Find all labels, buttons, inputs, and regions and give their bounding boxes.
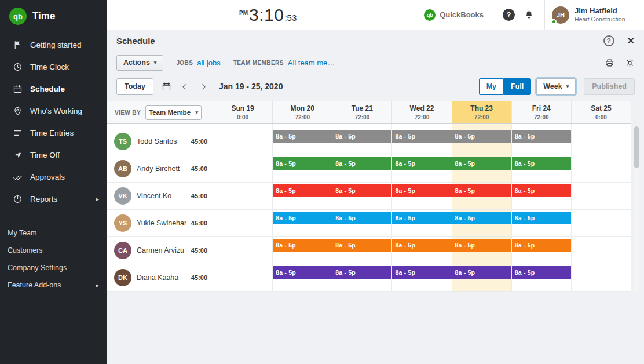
user-menu[interactable]: JH Jim Hatfield Heart Construction: [544, 0, 644, 30]
member-cell[interactable]: CACarmen Arvizu45:00: [107, 237, 213, 264]
settings-gear-icon[interactable]: [625, 58, 635, 68]
sidebar-item-who-s-working[interactable]: Who's Working: [0, 100, 107, 122]
day-header-tue-21[interactable]: Tue 2172:00: [332, 101, 391, 123]
schedule-cell[interactable]: 8a - 5p: [391, 264, 451, 291]
shift-block[interactable]: 8a - 5p: [392, 266, 451, 279]
week-view-dropdown[interactable]: Week ▾: [536, 78, 576, 95]
shift-block[interactable]: 8a - 5p: [273, 212, 332, 224]
published-button[interactable]: Published: [584, 78, 635, 95]
shift-block[interactable]: 8a - 5p: [273, 266, 332, 279]
shift-block[interactable]: 8a - 5p: [452, 239, 511, 252]
brand[interactable]: qb Time: [0, 0, 107, 34]
sidebar-item-reports[interactable]: Reports▸: [0, 188, 107, 210]
shift-block[interactable]: 8a - 5p: [392, 239, 451, 252]
schedule-cell[interactable]: 8a - 5p: [452, 237, 511, 264]
schedule-cell[interactable]: 8a - 5p: [511, 264, 571, 291]
sidebar-item-approvals[interactable]: Approvals: [0, 166, 107, 188]
day-header-sat-25[interactable]: Sat 250:00: [571, 101, 631, 123]
schedule-cell[interactable]: 8a - 5p: [391, 155, 451, 182]
schedule-cell[interactable]: [213, 183, 272, 209]
schedule-cell[interactable]: [571, 264, 631, 291]
schedule-cell[interactable]: [213, 128, 272, 155]
schedule-cell[interactable]: [213, 237, 272, 264]
schedule-cell[interactable]: 8a - 5p: [452, 183, 511, 209]
day-header-wed-22[interactable]: Wed 2272:00: [391, 101, 451, 123]
day-header-thu-23[interactable]: Thu 2372:00: [452, 101, 511, 123]
shift-block[interactable]: 8a - 5p: [512, 130, 571, 143]
schedule-cell[interactable]: 8a - 5p: [452, 210, 511, 236]
shift-block[interactable]: 8a - 5p: [512, 239, 571, 252]
help-icon[interactable]: ?: [503, 9, 515, 21]
shift-block[interactable]: 8a - 5p: [273, 239, 332, 252]
schedule-cell[interactable]: 8a - 5p: [332, 210, 391, 236]
sidebar-item-feature-add-ons[interactable]: Feature Add-ons▸: [0, 276, 107, 294]
full-toggle-button[interactable]: Full: [503, 78, 531, 95]
schedule-cell[interactable]: [213, 210, 272, 236]
shift-block[interactable]: 8a - 5p: [392, 130, 451, 143]
shift-block[interactable]: 8a - 5p: [452, 266, 511, 279]
shift-block[interactable]: 8a - 5p: [332, 239, 391, 252]
scrollbar-thumb[interactable]: [634, 126, 639, 168]
schedule-cell[interactable]: 8a - 5p: [332, 237, 391, 264]
shift-block[interactable]: 8a - 5p: [392, 184, 451, 197]
schedule-cell[interactable]: 8a - 5p: [511, 237, 571, 264]
schedule-cell[interactable]: 8a - 5p: [511, 155, 571, 182]
schedule-cell[interactable]: 8a - 5p: [452, 264, 511, 291]
next-week-button[interactable]: [197, 82, 210, 91]
my-toggle-button[interactable]: My: [479, 78, 503, 95]
sidebar-item-time-entries[interactable]: Time Entries: [0, 122, 107, 144]
calendar-icon[interactable]: [162, 82, 171, 92]
shift-block[interactable]: 8a - 5p: [273, 184, 332, 197]
schedule-cell[interactable]: 8a - 5p: [332, 183, 391, 209]
schedule-cell[interactable]: 8a - 5p: [511, 128, 571, 155]
shift-block[interactable]: 8a - 5p: [332, 184, 391, 197]
schedule-cell[interactable]: [571, 210, 631, 236]
schedule-cell[interactable]: 8a - 5p: [511, 210, 571, 236]
schedule-cell[interactable]: [213, 264, 272, 291]
sidebar-item-my-team[interactable]: My Team: [0, 224, 107, 242]
shift-block[interactable]: 8a - 5p: [452, 184, 511, 197]
schedule-cell[interactable]: 8a - 5p: [332, 264, 391, 291]
schedule-cell[interactable]: [571, 155, 631, 182]
schedule-cell[interactable]: 8a - 5p: [511, 183, 571, 209]
shift-block[interactable]: 8a - 5p: [452, 130, 511, 143]
schedule-cell[interactable]: 8a - 5p: [272, 210, 332, 236]
sidebar-item-company-settings[interactable]: Company Settings: [0, 259, 107, 276]
shift-block[interactable]: 8a - 5p: [452, 157, 511, 170]
notifications-bell-icon[interactable]: [524, 10, 534, 20]
day-header-mon-20[interactable]: Mon 2072:00: [272, 101, 332, 123]
sidebar-item-customers[interactable]: Customers: [0, 242, 107, 259]
quickbooks-link[interactable]: qb QuickBooks: [424, 9, 484, 21]
sidebar-item-time-clock[interactable]: Time Clock: [0, 56, 107, 78]
schedule-cell[interactable]: 8a - 5p: [272, 264, 332, 291]
schedule-cell[interactable]: 8a - 5p: [391, 210, 451, 236]
schedule-cell[interactable]: 8a - 5p: [391, 237, 451, 264]
shift-block[interactable]: 8a - 5p: [273, 130, 332, 143]
schedule-cell[interactable]: 8a - 5p: [272, 237, 332, 264]
sidebar-item-schedule[interactable]: Schedule: [0, 78, 107, 100]
schedule-cell[interactable]: [571, 183, 631, 209]
member-cell[interactable]: DKDiana Kaaha45:00: [107, 264, 213, 291]
schedule-help-icon[interactable]: ?: [603, 35, 614, 46]
schedule-cell[interactable]: 8a - 5p: [452, 128, 511, 155]
shift-block[interactable]: 8a - 5p: [332, 266, 391, 279]
schedule-cell[interactable]: [571, 237, 631, 264]
shift-block[interactable]: 8a - 5p: [512, 212, 571, 224]
shift-block[interactable]: 8a - 5p: [512, 266, 571, 279]
member-cell[interactable]: ABAndy Birchett45:00: [107, 155, 213, 182]
shift-block[interactable]: 8a - 5p: [512, 184, 571, 197]
schedule-cell[interactable]: 8a - 5p: [332, 155, 391, 182]
view-by-select[interactable]: Team Membe ▾: [145, 105, 202, 120]
shift-block[interactable]: 8a - 5p: [392, 157, 451, 170]
schedule-cell[interactable]: [213, 155, 272, 182]
schedule-cell[interactable]: 8a - 5p: [452, 155, 511, 182]
vertical-scrollbar[interactable]: [634, 125, 639, 292]
print-icon[interactable]: [605, 58, 614, 68]
schedule-cell[interactable]: 8a - 5p: [272, 155, 332, 182]
shift-block[interactable]: 8a - 5p: [273, 157, 332, 170]
schedule-cell[interactable]: 8a - 5p: [391, 128, 451, 155]
actions-button[interactable]: Actions ▾: [116, 55, 163, 71]
shift-block[interactable]: 8a - 5p: [332, 130, 391, 143]
schedule-cell[interactable]: 8a - 5p: [391, 183, 451, 209]
today-button[interactable]: Today: [116, 78, 153, 95]
